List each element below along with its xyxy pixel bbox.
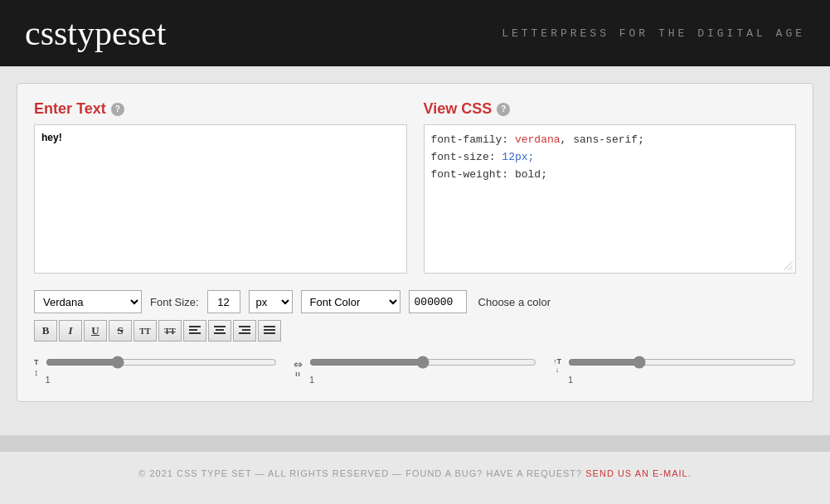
color-value-input[interactable] xyxy=(409,290,467,313)
footer-email-link[interactable]: SEND US AN E-MAIL. xyxy=(585,468,691,478)
svg-line-0 xyxy=(784,261,793,270)
word-spacing-icon: ↑T ↓ xyxy=(553,358,561,374)
svg-rect-11 xyxy=(239,332,250,334)
toolbar-row1: Verdana Arial Times New Roman Courier Ne… xyxy=(34,290,796,313)
css-line-1: font-family: verdana, sans-serif; xyxy=(431,132,789,149)
line-height-icon-top: T xyxy=(34,358,39,367)
svg-rect-6 xyxy=(214,326,226,327)
bold-button[interactable]: B xyxy=(34,320,57,342)
css-val-3: bold; xyxy=(515,168,547,181)
align-left-button[interactable] xyxy=(183,320,206,342)
line-height-value: 1 xyxy=(46,375,278,385)
line-height-icon-arrows: ↕ xyxy=(34,368,39,377)
svg-rect-8 xyxy=(214,332,226,334)
view-css-title: View CSS xyxy=(424,100,493,118)
font-size-input[interactable] xyxy=(207,290,240,313)
unit-select[interactable]: px em rem % xyxy=(249,290,293,313)
italic-button[interactable]: I xyxy=(59,320,82,342)
css-line-3: font-weight: bold; xyxy=(431,167,789,184)
footer: © 2021 CSS TYPE SET — ALL RIGHTS RESERVE… xyxy=(0,452,830,495)
letter-spacing-slider-wrapper: 1 xyxy=(309,355,536,385)
sliders-section: T ↕ 1 ⇔ II 1 xyxy=(34,355,796,385)
font-family-select[interactable]: Verdana Arial Times New Roman Courier Ne… xyxy=(34,290,142,313)
bottom-divider xyxy=(0,435,830,452)
word-spacing-icon-top: ↑T xyxy=(553,358,561,366)
svg-rect-12 xyxy=(264,326,275,327)
svg-rect-9 xyxy=(239,326,250,327)
word-spacing-slider-wrapper: 1 xyxy=(568,355,796,385)
word-spacing-value: 1 xyxy=(568,375,796,385)
content-panel: Enter Text ? View CSS ? font-family: ver… xyxy=(17,83,813,402)
svg-rect-10 xyxy=(242,329,250,331)
css-prop-3: font-weight: xyxy=(431,168,515,181)
header: csstypeset LETTERPRESS FOR THE DIGITAL A… xyxy=(0,0,830,66)
css-sep-1: , sans-serif; xyxy=(561,133,644,146)
choose-color-button[interactable]: Choose a color xyxy=(475,294,554,310)
line-height-group: T ↕ 1 xyxy=(34,355,277,385)
css-prop-1: font-family: xyxy=(431,133,515,146)
teletype2-button[interactable]: TT xyxy=(158,320,182,342)
letter-spacing-icon: ⇔ II xyxy=(294,358,303,378)
font-size-label: Font Size: xyxy=(150,296,199,308)
css-line-2: font-size: 12px; xyxy=(431,149,789,167)
css-val-2: 12px; xyxy=(502,151,534,163)
word-spacing-slider[interactable] xyxy=(568,355,796,370)
line-height-icon: T ↕ xyxy=(34,358,39,377)
enter-text-title: Enter Text xyxy=(34,100,106,118)
view-css-help-icon[interactable]: ? xyxy=(497,103,510,116)
css-display-box: font-family: verdana, sans-serif; font-s… xyxy=(424,124,797,274)
svg-rect-5 xyxy=(189,332,201,334)
enter-text-section: Enter Text ? xyxy=(34,100,407,277)
tagline: LETTERPRESS FOR THE DIGITAL AGE xyxy=(502,27,805,40)
word-spacing-group: ↑T ↓ 1 xyxy=(553,355,796,385)
editors-row: Enter Text ? View CSS ? font-family: ver… xyxy=(34,100,796,277)
strikethrough-button[interactable]: S xyxy=(109,320,132,342)
toolbar-row2: B I U S TT TT xyxy=(34,320,796,342)
teletype-button[interactable]: TT xyxy=(133,320,157,342)
enter-text-help-icon[interactable]: ? xyxy=(111,103,124,116)
main-wrapper: Enter Text ? View CSS ? font-family: ver… xyxy=(0,66,830,419)
word-spacing-icon-bottom: ↓ xyxy=(556,366,560,374)
css-prop-2: font-size: xyxy=(431,151,502,163)
line-height-slider-wrapper: 1 xyxy=(46,355,278,385)
logo: csstypeset xyxy=(25,13,166,53)
align-center-button[interactable] xyxy=(208,320,231,342)
toolbar: Verdana Arial Times New Roman Courier Ne… xyxy=(34,290,796,342)
align-justify-button[interactable] xyxy=(258,320,281,342)
letter-spacing-icon-symbol: ⇔ xyxy=(294,358,303,371)
svg-rect-4 xyxy=(189,329,197,331)
letter-spacing-value: 1 xyxy=(309,375,536,385)
line-height-slider[interactable] xyxy=(46,355,278,370)
svg-rect-13 xyxy=(264,329,275,331)
font-color-select[interactable]: Font Color xyxy=(301,290,400,313)
enter-text-label: Enter Text ? xyxy=(34,100,407,118)
svg-rect-7 xyxy=(216,329,224,331)
view-css-label: View CSS ? xyxy=(424,100,797,118)
svg-rect-14 xyxy=(264,332,275,334)
letter-spacing-icon-label: II xyxy=(295,371,300,378)
svg-rect-3 xyxy=(189,326,201,327)
css-content: font-family: verdana, sans-serif; font-s… xyxy=(431,132,789,183)
css-val-1: verdana xyxy=(515,133,561,146)
footer-copyright: © 2021 CSS TYPE SET — ALL RIGHTS RESERVE… xyxy=(138,468,582,478)
letter-spacing-group: ⇔ II 1 xyxy=(294,355,536,385)
view-css-section: View CSS ? font-family: verdana, sans-se… xyxy=(424,100,797,277)
enter-text-input[interactable] xyxy=(34,124,407,274)
svg-line-2 xyxy=(791,269,793,270)
letter-spacing-slider[interactable] xyxy=(309,355,536,370)
resize-handle-icon xyxy=(784,261,794,271)
underline-button[interactable]: U xyxy=(84,320,107,342)
align-right-button[interactable] xyxy=(233,320,256,342)
